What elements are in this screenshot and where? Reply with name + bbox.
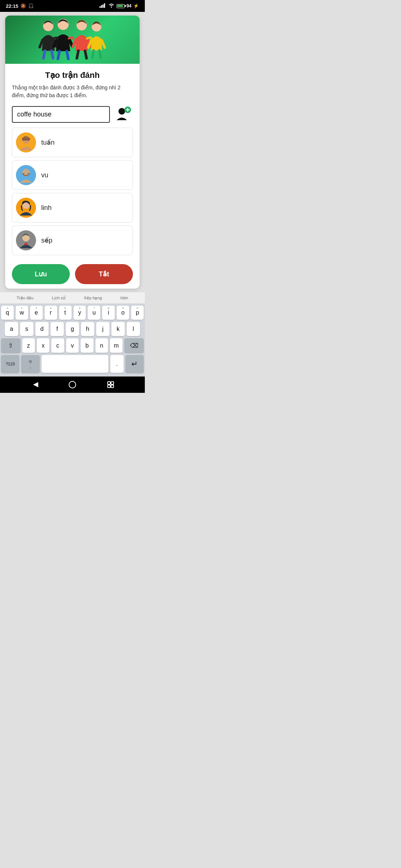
svg-rect-43 [108,382,110,384]
create-match-dialog: Tạo trận đánh Thắng một trận đánh được 3… [5,16,140,289]
enter-key[interactable]: ↵ [125,355,144,373]
svg-line-18 [85,51,87,58]
nav-item-history[interactable]: Lịch sử [52,296,65,300]
key-y[interactable]: 6y [74,306,86,320]
player-name-tuan: tuấn [41,138,55,147]
svg-rect-1 [101,5,102,8]
svg-line-5 [40,40,43,47]
svg-rect-46 [111,385,114,388]
nav-item-more[interactable]: Hơn [120,296,128,300]
key-t[interactable]: 5t [59,306,72,320]
key-h[interactable]: h [81,322,94,336]
svg-line-23 [100,50,101,58]
player-avatar-tuan [16,132,36,152]
status-right: 94 ⚡ [100,3,139,9]
input-row [12,105,133,124]
svg-line-13 [67,51,68,59]
svg-rect-39 [24,243,28,245]
battery-fill [117,5,123,7]
svg-rect-0 [100,6,101,8]
key-e[interactable]: 3e [30,306,43,320]
save-button[interactable]: Lưu [12,264,70,284]
key-g[interactable]: g [66,322,79,336]
battery-percent: 94 [127,3,131,9]
player-item[interactable]: vu [12,160,133,190]
key-q[interactable]: 1q [1,306,14,320]
key-r[interactable]: 4r [45,306,57,320]
people-illustration [35,16,110,60]
space-key[interactable] [42,355,108,373]
key-a[interactable]: a [5,322,18,336]
key-s[interactable]: s [20,322,33,336]
key-k[interactable]: k [111,322,125,336]
nav-item-ranking[interactable]: Xếp hạng [84,296,102,300]
key-w[interactable]: 2w [16,306,28,320]
status-bar: 22:15 🔕 🎧 94 ⚡ [0,0,145,12]
svg-point-24 [118,108,125,115]
svg-point-4 [43,21,53,31]
svg-rect-45 [108,385,110,388]
svg-line-7 [43,51,45,58]
svg-rect-30 [22,138,30,141]
bottom-nav-peek: Trận đấu Lịch sử Xếp hạng Hơn [0,292,145,303]
svg-marker-41 [33,382,38,387]
close-button[interactable]: Tắt [75,264,133,284]
key-n[interactable]: n [95,338,108,353]
player-item[interactable]: linh [12,193,133,223]
key-f[interactable]: f [50,322,64,336]
player-avatar-vu [16,165,36,185]
delete-key[interactable]: ⌫ [124,338,144,353]
svg-rect-44 [111,382,114,384]
nav-back-icon[interactable] [30,380,39,389]
svg-point-33 [23,173,25,174]
key-m[interactable]: m [110,338,123,353]
battery-icon [117,4,125,8]
key-i[interactable]: 8i [102,306,115,320]
player-avatar-sep [16,230,36,250]
dialog-description: Thắng một trận đánh được 3 điểm, đứng nh… [12,84,133,99]
shift-key[interactable]: ⇧ [1,338,20,353]
dialog-body: Tạo trận đánh Thắng một trận đánh được 3… [5,64,140,289]
nav-home-icon[interactable] [68,380,77,389]
svg-line-15 [73,39,76,47]
headset-icon: 🎧 [28,3,34,9]
player-item[interactable]: sếp [12,226,133,255]
key-v[interactable]: v [66,338,79,353]
key-o[interactable]: 9o [117,306,129,320]
svg-line-8 [52,51,53,58]
signal-icon [100,3,106,9]
key-u[interactable]: 7u [88,306,100,320]
svg-line-21 [102,40,105,47]
match-name-input[interactable] [12,106,110,123]
symbol-key[interactable]: ?123 [1,355,19,373]
alarm-off-icon: 🔕 [20,3,26,9]
key-j[interactable]: j [96,322,110,336]
key-c[interactable]: c [51,338,64,353]
add-player-button[interactable] [114,105,133,124]
charging-icon: ⚡ [133,3,139,9]
nav-item-matches[interactable]: Trận đấu [17,296,33,300]
svg-point-42 [69,381,76,388]
player-item[interactable]: tuấn [12,128,133,157]
emoji-key[interactable]: ☺, [21,355,39,373]
action-buttons: Lưu Tắt [12,264,133,284]
key-d[interactable]: d [35,322,49,336]
keyboard-row-1: 1q 2w 3e 4r 5t 6y 7u 8i 9o 0p [1,306,144,320]
key-z[interactable]: z [22,338,35,353]
key-x[interactable]: x [37,338,49,353]
svg-point-34 [27,173,29,174]
add-player-icon [115,106,131,122]
player-list: tuấn vu linh sếp [12,128,133,258]
nav-recent-icon[interactable] [106,380,115,389]
keyboard: 1q 2w 3e 4r 5t 6y 7u 8i 9o 0p a s d f g … [0,303,145,377]
key-b[interactable]: b [81,338,93,353]
status-time: 22:15 [6,3,18,9]
wifi-icon [108,3,115,9]
keyboard-row-2: a s d f g h j k l [1,322,144,336]
period-key[interactable]: . [110,355,124,373]
svg-line-17 [77,51,78,58]
key-l[interactable]: l [127,322,140,336]
svg-rect-3 [104,3,105,8]
key-p[interactable]: 0p [131,306,144,320]
svg-rect-2 [102,4,104,8]
